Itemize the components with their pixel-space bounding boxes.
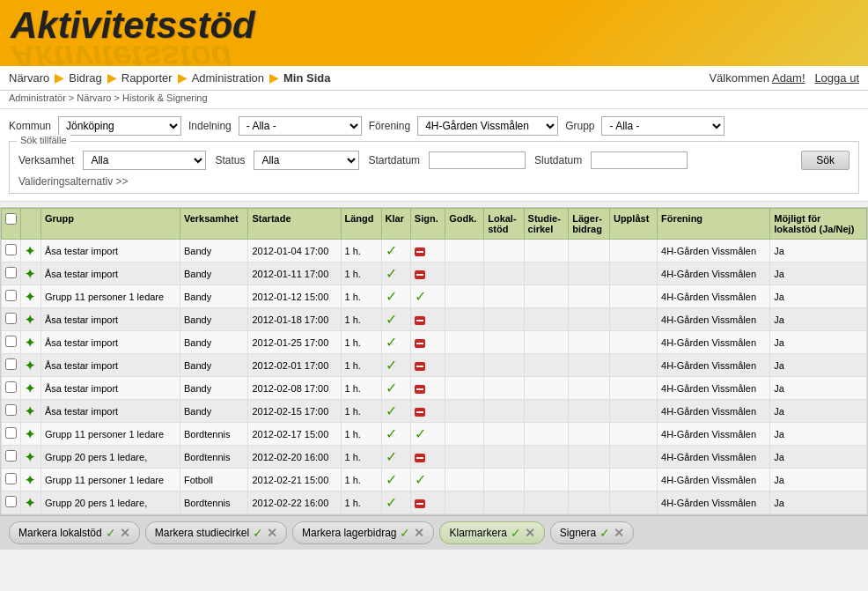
row-icon-cell: ✦ — [21, 377, 41, 400]
row-klar: ✓ — [381, 377, 410, 400]
plus-icon: ✦ — [25, 427, 35, 441]
row-checkbox[interactable] — [5, 313, 17, 324]
row-verksamhet: Bordtennis — [180, 491, 248, 514]
forening-select[interactable]: 4H-Gården Vissmålen — [417, 116, 558, 136]
row-checkbox-cell[interactable] — [2, 377, 21, 400]
row-mojligt: Ja — [770, 285, 867, 308]
row-klar: ✓ — [381, 423, 410, 446]
row-checkbox-cell[interactable] — [2, 354, 21, 377]
row-klar: ✓ — [381, 331, 410, 354]
row-checkbox-cell[interactable] — [2, 423, 21, 446]
row-checkbox[interactable] — [5, 358, 17, 370]
verksamhet-select[interactable]: Alla — [83, 151, 206, 170]
klarmarkera-button[interactable]: Klarmarkera ✓ ✕ — [439, 521, 544, 544]
row-lagerbidrag — [569, 285, 610, 308]
signera-check-icon: ✓ — [600, 526, 610, 540]
row-sign: ✓ — [410, 423, 445, 446]
plus-icon: ✦ — [25, 267, 35, 281]
row-godk — [445, 491, 484, 514]
row-studiecirkel — [524, 469, 569, 491]
th-forening: Förening — [658, 209, 770, 240]
startdatum-input[interactable] — [429, 151, 526, 169]
grupp-select[interactable]: - Alla - — [601, 116, 725, 136]
navbar: Närvaro ▶ Bidrag ▶ Rapporter ▶ Administr… — [0, 66, 868, 91]
row-checkbox[interactable] — [5, 496, 17, 507]
table-row: ✦ Grupp 20 pers 1 ledare, Bordtennis 201… — [2, 491, 867, 514]
row-startade: 2012-02-20 16:00 — [248, 446, 341, 469]
markera-lagerbidrag-button[interactable]: Markera lagerbidrag ✓ ✕ — [292, 521, 434, 544]
markera-lokalstod-button[interactable]: Markera lokalstöd ✓ ✕ — [9, 521, 140, 544]
logout-link[interactable]: Logga ut — [814, 71, 859, 85]
sok-button[interactable]: Sök — [801, 151, 850, 170]
indelning-select[interactable]: - Alla - — [239, 116, 362, 136]
row-checkbox[interactable] — [5, 290, 17, 301]
red-minus-icon — [415, 270, 425, 279]
row-forening: 4H-Gården Vissmålen — [658, 491, 770, 514]
table-row: ✦ Grupp 11 personer 1 ledare Fotboll 201… — [2, 469, 867, 491]
row-checkbox-cell[interactable] — [2, 400, 21, 423]
plus-icon: ✦ — [25, 313, 35, 327]
checkmark-icon: ✓ — [415, 289, 426, 304]
status-select[interactable]: Alla — [254, 151, 359, 170]
nav-minsida[interactable]: Min Sida — [283, 71, 330, 85]
nav-narvaro[interactable]: Närvaro — [9, 71, 49, 85]
row-lagerbidrag — [569, 491, 610, 514]
row-checkbox[interactable] — [5, 267, 17, 278]
row-checkbox-cell[interactable] — [2, 308, 21, 331]
row-checkbox[interactable] — [5, 381, 17, 393]
row-checkbox-cell[interactable] — [2, 331, 21, 354]
row-upplast — [609, 285, 657, 308]
select-all-checkbox[interactable] — [5, 213, 17, 225]
row-sign — [410, 240, 445, 262]
checkmark-icon: ✓ — [386, 472, 397, 487]
slutdatum-input[interactable] — [591, 151, 688, 169]
row-checkbox-cell[interactable] — [2, 446, 21, 469]
results-table: Grupp Verksamhet Startade Längd Klar Sig… — [1, 208, 867, 514]
kommun-select[interactable]: Jönköping — [58, 116, 181, 136]
row-lokalstod — [484, 377, 524, 400]
table-row: ✦ Åsa testar import Bandy 2012-01-18 17:… — [2, 308, 867, 331]
row-lagerbidrag — [569, 446, 610, 469]
nav-bidrag[interactable]: Bidrag — [69, 71, 102, 85]
row-forening: 4H-Gården Vissmålen — [658, 400, 770, 423]
nav-right: Välkommen Adam! Logga ut — [709, 71, 859, 85]
row-verksamhet: Bandy — [180, 285, 248, 308]
row-forening: 4H-Gården Vissmålen — [658, 285, 770, 308]
row-langd: 1 h. — [341, 446, 381, 469]
row-checkbox[interactable] — [5, 336, 17, 347]
row-verksamhet: Bandy — [180, 377, 248, 400]
th-godk: Godk. — [445, 209, 484, 240]
markera-studiecirkel-button[interactable]: Markera studiecirkel ✓ ✕ — [145, 521, 287, 544]
user-link[interactable]: Adam! — [772, 71, 805, 85]
row-lokalstod — [484, 285, 524, 308]
row-godk — [445, 240, 484, 262]
row-checkbox[interactable] — [5, 450, 17, 462]
header: Aktivitetsstöd Aktivitetsstöd — [0, 0, 868, 66]
results-table-wrapper[interactable]: Grupp Verksamhet Startade Längd Klar Sig… — [0, 207, 868, 515]
lagerbidrag-check-icon: ✓ — [400, 526, 410, 540]
red-minus-icon — [415, 499, 425, 508]
valideringsalternativ-link[interactable]: Valideringsalternativ >> — [18, 175, 129, 188]
row-checkbox-cell[interactable] — [2, 262, 21, 285]
signera-button[interactable]: Signera ✓ ✕ — [550, 521, 634, 544]
row-godk — [445, 446, 484, 469]
row-checkbox[interactable] — [5, 473, 17, 484]
nav-administration[interactable]: Administration — [192, 71, 264, 85]
row-checkbox-cell[interactable] — [2, 491, 21, 514]
row-checkbox-cell[interactable] — [2, 285, 21, 308]
row-studiecirkel — [524, 491, 569, 514]
row-checkbox[interactable] — [5, 404, 17, 416]
klarmarkera-x-icon: ✕ — [525, 526, 535, 540]
row-klar: ✓ — [381, 240, 410, 262]
nav-rapporter[interactable]: Rapporter — [121, 71, 173, 85]
row-checkbox[interactable] — [5, 244, 17, 255]
row-startade: 2012-01-18 17:00 — [248, 308, 341, 331]
row-verksamhet: Fotboll — [180, 469, 248, 491]
row-icon-cell: ✦ — [21, 491, 41, 514]
row-langd: 1 h. — [341, 377, 381, 400]
row-godk — [445, 308, 484, 331]
row-checkbox-cell[interactable] — [2, 240, 21, 262]
row-icon-cell: ✦ — [21, 240, 41, 262]
row-checkbox-cell[interactable] — [2, 469, 21, 491]
row-checkbox[interactable] — [5, 427, 17, 439]
